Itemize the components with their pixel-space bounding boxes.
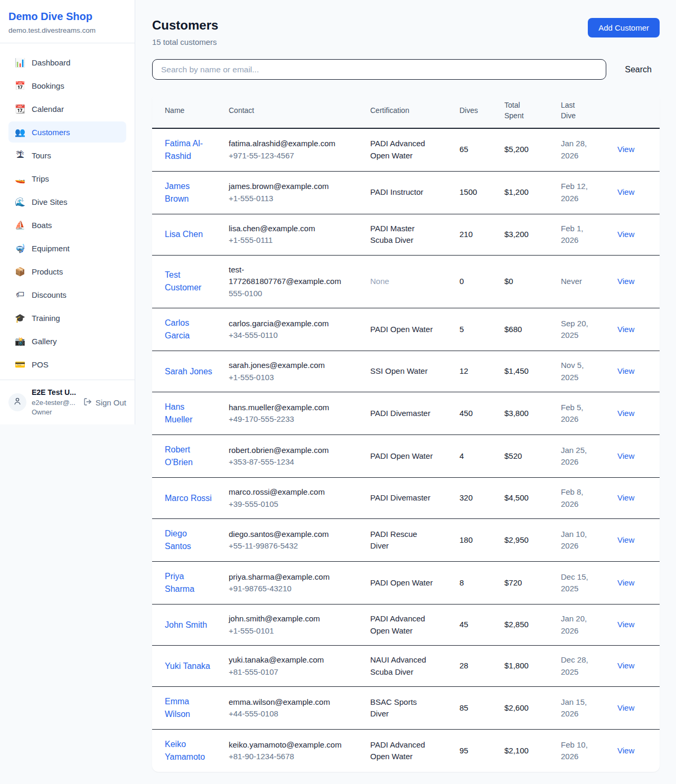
actions-cell: View	[617, 562, 660, 604]
view-customer-link[interactable]: View	[617, 746, 634, 755]
sidebar: Demo Dive Shop demo.test.divestreams.com…	[0, 0, 135, 424]
graduation-cap-icon: 🎓	[15, 313, 25, 323]
dives-cell: 4	[459, 435, 504, 478]
table-row: John Smithjohn.smith@example.com+1-555-0…	[152, 604, 660, 646]
diving-mask-icon: 🤿	[15, 243, 25, 253]
customer-name-link[interactable]: Hans Mueller	[165, 401, 213, 426]
view-customer-link[interactable]: View	[617, 620, 634, 629]
name-cell: Hans Mueller	[152, 392, 229, 435]
actions-cell: View	[617, 435, 660, 478]
view-customer-link[interactable]: View	[617, 661, 634, 670]
person-icon	[13, 396, 22, 408]
view-customer-link[interactable]: View	[617, 277, 634, 286]
search-input[interactable]	[152, 59, 606, 80]
customer-name-link[interactable]: Robert O'Brien	[165, 443, 213, 469]
page-header: Customers 15 total customers Add Custome…	[152, 18, 660, 46]
sidebar-item-gallery[interactable]: 📸Gallery	[8, 330, 126, 352]
sidebar-item-pos[interactable]: 💳POS	[8, 354, 126, 375]
sidebar-item-calendar[interactable]: 📆Calendar	[8, 98, 126, 119]
total-spent-value: $3,200	[504, 230, 529, 239]
customer-phone: +34-555-0110	[229, 329, 364, 342]
customer-name-link[interactable]: Fatima Al-Rashid	[165, 137, 213, 163]
contact-cell: yuki.tanaka@example.com+81-555-0107	[229, 646, 370, 687]
sidebar-item-label: Products	[32, 267, 63, 276]
view-customer-link[interactable]: View	[617, 703, 634, 712]
sidebar-item-bookings[interactable]: 📅Bookings	[8, 75, 126, 96]
dives-value: 0	[459, 277, 464, 286]
view-customer-link[interactable]: View	[617, 493, 634, 502]
total-spent-value: $3,800	[504, 409, 529, 418]
customer-name-link[interactable]: Diego Santos	[165, 527, 213, 553]
sidebar-item-dive-sites[interactable]: 🌊Dive Sites	[8, 191, 126, 212]
view-customer-link[interactable]: View	[617, 230, 634, 239]
sidebar-item-discounts[interactable]: 🏷Discounts	[8, 284, 126, 305]
total-spent-value: $1,200	[504, 187, 529, 196]
sidebar-item-trips[interactable]: 🚤Trips	[8, 168, 126, 189]
customer-name-link[interactable]: Sarah Jones	[165, 365, 212, 378]
customer-name-link[interactable]: John Smith	[165, 619, 207, 631]
wave-icon: 🌊	[15, 197, 25, 207]
view-customer-link[interactable]: View	[617, 409, 634, 418]
customer-name-link[interactable]: Carlos Garcia	[165, 317, 213, 342]
sidebar-item-dashboard[interactable]: 📊Dashboard	[8, 52, 126, 73]
actions-cell: View	[617, 351, 660, 392]
contact-cell: test-1772681807767@example.com555-0100	[229, 255, 370, 308]
page-title: Customers	[152, 18, 218, 33]
view-customer-link[interactable]: View	[617, 187, 634, 196]
total-spent-value: $0	[504, 277, 513, 286]
table-header-row: NameContactCertificationDivesTotal Spent…	[152, 93, 660, 128]
certification-cell: PADI Master Scuba Diver	[370, 214, 459, 255]
certification-cell: PADI Open Water	[370, 308, 459, 351]
sidebar-item-equipment[interactable]: 🤿Equipment	[8, 238, 126, 259]
view-customer-link[interactable]: View	[617, 578, 634, 587]
total-spent-cell: $2,600	[504, 687, 561, 730]
actions-cell: View	[617, 730, 660, 772]
customer-name-link[interactable]: Test Customer	[165, 269, 213, 294]
view-customer-link[interactable]: View	[617, 325, 634, 334]
sidebar-item-label: Dashboard	[32, 58, 70, 67]
column-header-actions	[617, 93, 660, 128]
customer-name-link[interactable]: James Brown	[165, 180, 213, 205]
sign-out-button[interactable]: Sign Out	[83, 398, 126, 408]
customer-email: keiko.yamamoto@example.com	[229, 739, 350, 751]
dives-cell: 320	[459, 478, 504, 519]
customer-name-link[interactable]: Marco Rossi	[165, 492, 212, 505]
dives-value: 450	[459, 409, 473, 418]
dives-value: 95	[459, 746, 468, 755]
customer-phone: +91-98765-43210	[229, 583, 364, 595]
table-row: James Brownjames.brown@example.com+1-555…	[152, 171, 660, 214]
dives-cell: 45	[459, 604, 504, 646]
customer-name-link[interactable]: Emma Wilson	[165, 695, 213, 721]
sidebar-item-products[interactable]: 📦Products	[8, 261, 126, 282]
sidebar-item-tours[interactable]: 🏝Tours	[8, 145, 126, 166]
customer-name-link[interactable]: Yuki Tanaka	[165, 660, 210, 673]
total-spent-cell: $3,200	[504, 214, 561, 255]
view-customer-link[interactable]: View	[617, 145, 634, 154]
actions-cell: View	[617, 392, 660, 435]
view-customer-link[interactable]: View	[617, 535, 634, 544]
sidebar-item-training[interactable]: 🎓Training	[8, 307, 126, 328]
view-customer-link[interactable]: View	[617, 366, 634, 375]
search-button[interactable]: Search	[606, 59, 652, 80]
customer-name-link[interactable]: Lisa Chen	[165, 228, 203, 241]
sidebar-item-customers[interactable]: 👥Customers	[8, 121, 126, 143]
certification-cell: None	[370, 255, 459, 308]
table-row: Marco Rossimarco.rossi@example.com+39-55…	[152, 478, 660, 519]
customer-name-link[interactable]: Keiko Yamamoto	[165, 738, 213, 763]
sidebar-item-boats[interactable]: ⛵Boats	[8, 214, 126, 235]
user-role: Owner	[32, 408, 78, 417]
view-customer-link[interactable]: View	[617, 451, 634, 460]
name-cell: Carlos Garcia	[152, 308, 229, 351]
dives-value: 45	[459, 620, 468, 629]
last-dive-cell: Sep 20, 2025	[561, 308, 617, 351]
name-cell: Priya Sharma	[152, 562, 229, 604]
user-name: E2E Test U...	[32, 388, 78, 398]
customer-name-link[interactable]: Priya Sharma	[165, 570, 213, 596]
add-customer-button[interactable]: Add Customer	[588, 18, 660, 37]
actions-cell: View	[617, 687, 660, 730]
customer-phone: +81-555-0107	[229, 666, 364, 678]
contact-cell: diego.santos@example.com+55-11-99876-543…	[229, 519, 370, 562]
certification-cell: NAUI Advanced Scuba Diver	[370, 646, 459, 687]
dives-cell: 28	[459, 646, 504, 687]
table-row: Priya Sharmapriya.sharma@example.com+91-…	[152, 562, 660, 604]
